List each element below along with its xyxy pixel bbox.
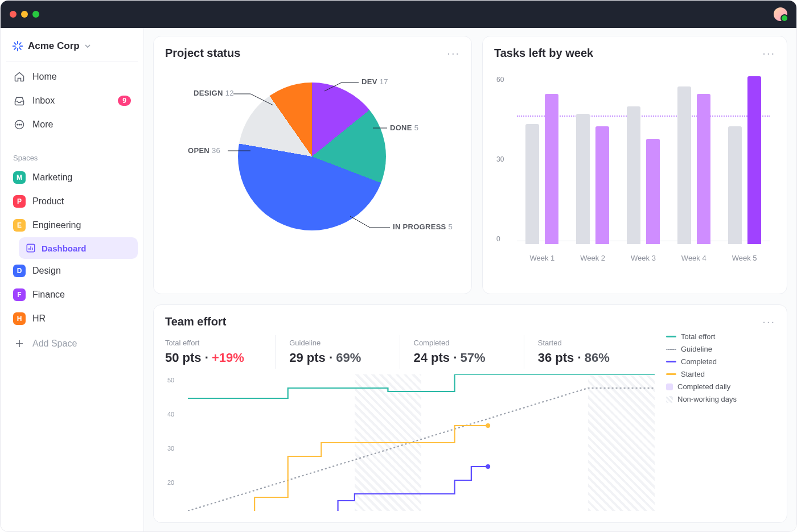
- legend-completed: Completed: [666, 357, 775, 366]
- card-menu-button[interactable]: ···: [762, 315, 775, 328]
- plus-icon: [13, 337, 26, 350]
- svg-point-11: [21, 124, 22, 125]
- app-body: Acme Corp Home Inbox 9 More Spaces: [1, 28, 796, 531]
- legend-guideline: Guideline: [666, 345, 775, 353]
- bar: [747, 76, 761, 244]
- svg-line-5: [19, 48, 21, 50]
- inbox-badge: 9: [118, 96, 131, 106]
- svg-point-10: [19, 124, 20, 125]
- bar: [545, 94, 558, 244]
- bar-group: [576, 114, 609, 244]
- space-design[interactable]: DDesign: [6, 259, 138, 283]
- workspace-switcher[interactable]: Acme Corp: [6, 36, 138, 56]
- space-finance[interactable]: FFinance: [6, 283, 138, 307]
- space-marketing[interactable]: MMarketing: [6, 166, 138, 189]
- space-badge-icon: H: [13, 312, 26, 325]
- pie-label-done: DONE5: [390, 123, 418, 132]
- space-label: HR: [32, 314, 46, 324]
- space-hr[interactable]: HHR: [6, 307, 138, 331]
- minimize-window-icon[interactable]: [21, 11, 28, 18]
- bar-chart: 60 30 0 Week 1Week 2Week 3Week 4Week 5: [494, 60, 775, 270]
- workspace-logo-icon: [12, 40, 23, 52]
- bar: [627, 106, 640, 244]
- svg-line-4: [14, 43, 16, 44]
- chevron-down-icon: [84, 43, 91, 50]
- space-label: Design: [32, 266, 61, 276]
- nav-label: Home: [32, 72, 57, 82]
- y-tick: 30: [496, 155, 504, 163]
- line-chart-svg: [188, 374, 655, 511]
- spaces-heading: Spaces: [6, 145, 138, 166]
- legend-total: Total effort: [666, 332, 775, 341]
- legend-nonworking: Non-working days: [666, 395, 775, 403]
- titlebar: [1, 1, 796, 28]
- card-title: Project status: [165, 47, 240, 60]
- user-avatar[interactable]: [774, 7, 787, 21]
- nav-home[interactable]: Home: [6, 65, 138, 89]
- series-completed: [338, 467, 488, 511]
- add-space-button[interactable]: Add Space: [6, 331, 138, 357]
- more-icon: [13, 118, 26, 131]
- card-team-effort: Team effort ··· Total effort 50 pts · +1…: [153, 304, 787, 523]
- bar-group: [728, 76, 761, 244]
- x-category: Week 3: [631, 254, 656, 262]
- svg-line-7: [19, 43, 21, 44]
- metric-guideline: Guideline 29 pts · 69%: [289, 335, 400, 369]
- nav-label: More: [32, 119, 53, 130]
- card-title: Tasks left by week: [494, 47, 593, 60]
- series-guideline: [188, 388, 655, 511]
- space-badge-icon: E: [13, 219, 26, 232]
- card-title: Team effort: [165, 315, 226, 328]
- space-label: Finance: [32, 290, 65, 300]
- card-menu-button[interactable]: ···: [447, 47, 460, 60]
- y-tick: 60: [496, 76, 504, 84]
- svg-point-9: [17, 124, 18, 125]
- space-product[interactable]: PProduct: [6, 189, 138, 213]
- series-end-marker: [486, 423, 490, 428]
- nav-inbox[interactable]: Inbox 9: [6, 89, 138, 113]
- legend-completed-daily: Completed daily: [666, 382, 775, 391]
- team-effort-legend: Total effort Guideline Completed Started…: [662, 328, 775, 522]
- dashboard-icon: [26, 243, 36, 253]
- space-child-dashboard[interactable]: Dashboard: [19, 237, 138, 259]
- close-window-icon[interactable]: [10, 11, 17, 18]
- maximize-window-icon[interactable]: [32, 11, 39, 18]
- bar: [697, 94, 710, 244]
- space-child-label: Dashboard: [42, 244, 86, 253]
- space-engineering[interactable]: EEngineering: [6, 213, 138, 237]
- card-menu-button[interactable]: ···: [762, 47, 775, 60]
- bar: [677, 86, 691, 244]
- x-category: Week 1: [529, 254, 554, 262]
- nav-label: Inbox: [32, 96, 55, 106]
- nav-more[interactable]: More: [6, 113, 138, 137]
- inbox-icon: [13, 94, 26, 107]
- space-label: Engineering: [32, 220, 81, 230]
- pie-chart: DEV17 DONE5 IN PROGRESS5 OPEN36 DESIGN12: [165, 60, 460, 270]
- primary-nav: Home Inbox 9 More: [6, 61, 138, 145]
- x-category: Week 2: [580, 254, 605, 262]
- svg-line-6: [14, 48, 16, 50]
- legend-started: Started: [666, 370, 775, 378]
- space-badge-icon: F: [13, 288, 26, 301]
- y-tick: 0: [496, 235, 500, 243]
- bar: [646, 139, 660, 244]
- bar: [595, 126, 609, 244]
- main-content: Project status ··· DEV17 DON: [144, 28, 796, 531]
- series-end-marker: [486, 464, 490, 469]
- series-total-effort: [188, 374, 655, 398]
- metric-completed: Completed 24 pts · 57%: [414, 335, 524, 369]
- home-icon: [13, 71, 26, 83]
- space-label: Product: [32, 196, 64, 207]
- space-badge-icon: P: [13, 195, 26, 208]
- space-badge-icon: D: [13, 265, 26, 277]
- window-controls: [10, 11, 39, 18]
- sidebar: Acme Corp Home Inbox 9 More Spaces: [1, 28, 144, 531]
- space-badge-icon: M: [13, 171, 26, 184]
- pie-label-open: OPEN36: [188, 146, 220, 155]
- pie-label-dev: DEV17: [361, 77, 388, 86]
- pie-label-design: DESIGN12: [194, 89, 234, 97]
- bar: [728, 126, 742, 244]
- bar-group: [677, 86, 710, 244]
- bar-group: [525, 94, 558, 244]
- metrics-row: Total effort 50 pts · +19% Guideline 29 …: [165, 335, 662, 369]
